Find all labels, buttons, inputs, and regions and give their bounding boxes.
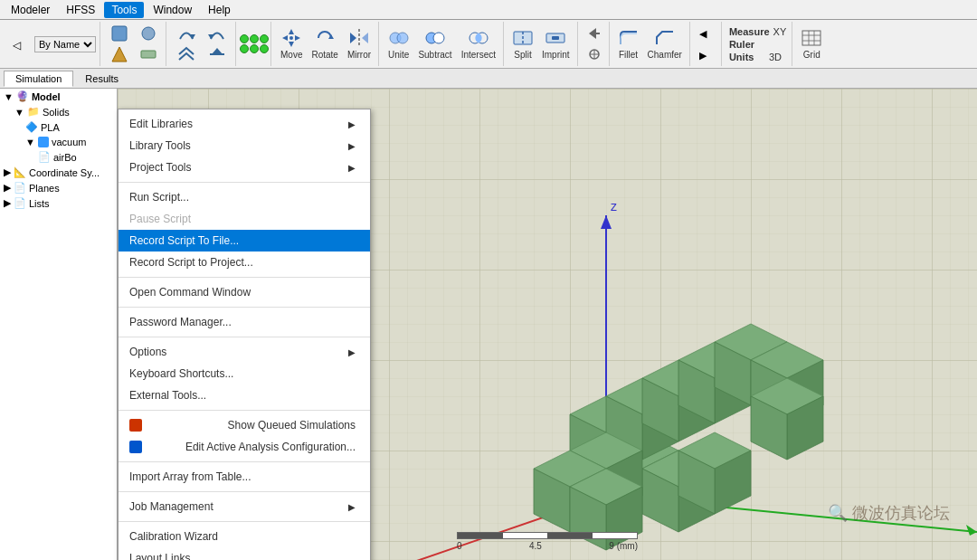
menu-tools[interactable]: Tools <box>104 2 144 18</box>
library-tools-label: Library Tools <box>129 139 191 152</box>
grid-icon <box>802 28 821 48</box>
toolbar-curve4[interactable] <box>203 44 232 64</box>
units-value: 3D <box>769 52 782 62</box>
toolbar-boolean-section: Unite Subtract Intersect <box>381 22 504 66</box>
imprint-label: Imprint <box>542 50 570 60</box>
split-icon <box>513 28 533 48</box>
menu-modeler[interactable]: Modeler <box>4 2 57 18</box>
keyboard-shortcuts-label: Keyboard Shortcuts... <box>129 367 233 380</box>
arrow-btn2[interactable] <box>582 44 607 64</box>
svg-rect-1 <box>112 26 127 41</box>
toolbar-icon1[interactable] <box>106 24 133 43</box>
tab-simulation[interactable]: Simulation <box>4 71 73 87</box>
dot-green4 <box>240 44 249 53</box>
toolbar-grid-section: Grid <box>794 22 829 66</box>
menu-import-array[interactable]: Import Array from Table... <box>119 466 370 488</box>
main-layout: ▼ 🔮 Model ▼ 📁 Solids 🔷 PLA ▼ vacuum 📄 ai… <box>0 89 977 560</box>
intersect-button[interactable]: Intersect <box>458 24 499 65</box>
separator8 <box>119 521 370 522</box>
fillet-button[interactable]: Fillet <box>615 24 642 65</box>
select-dropdown[interactable]: By Name <box>34 36 96 52</box>
menu-password-manager[interactable]: Password Manager... <box>119 311 370 333</box>
menu-project-tools[interactable]: Project Tools ▶ <box>119 157 370 178</box>
toolbar-dots-section <box>238 22 271 66</box>
toolbar-icons-section <box>102 22 166 66</box>
toolbar-icon4[interactable] <box>135 44 162 64</box>
imprint-button[interactable]: Imprint <box>538 24 574 65</box>
subtract-icon <box>425 28 445 48</box>
menu-show-queued[interactable]: Show Queued Simulations <box>119 414 370 436</box>
toolbar-back-btn[interactable]: ◁ <box>7 34 33 54</box>
menu-keyboard-shortcuts[interactable]: Keyboard Shortcuts... <box>119 363 370 384</box>
menu-open-command-window[interactable]: Open Command Window <box>119 281 370 303</box>
menu-calibration-wizard[interactable]: Calibration Wizard <box>119 526 370 547</box>
svg-point-2 <box>142 27 155 40</box>
menu-job-management[interactable]: Job Management ▶ <box>119 496 370 517</box>
rotate-button[interactable]: Rotate <box>308 24 341 65</box>
separator6 <box>119 461 370 462</box>
open-command-window-label: Open Command Window <box>129 286 251 299</box>
more-arrow2[interactable]: ▶ <box>694 45 719 65</box>
grid-label: Grid <box>803 50 820 60</box>
unite-icon <box>389 28 409 48</box>
chamfer-icon <box>655 28 675 48</box>
record-script-file-label: Record Script To File... <box>129 234 239 247</box>
svg-marker-3 <box>112 47 127 62</box>
fillet-icon <box>619 28 639 48</box>
ruler-label: Ruler <box>729 39 765 50</box>
more-arrow1[interactable]: ◀ <box>694 24 719 43</box>
imprint-icon <box>545 28 565 48</box>
toolbar-curve2[interactable] <box>203 24 232 43</box>
toolbar-icon2[interactable] <box>135 24 162 43</box>
arrow-btn1[interactable] <box>582 24 607 43</box>
svg-marker-8 <box>212 48 223 54</box>
dot-green2 <box>250 34 259 43</box>
intersect-label: Intersect <box>461 50 496 60</box>
menu-external-tools[interactable]: External Tools... <box>119 384 370 406</box>
split-label: Split <box>514 50 531 60</box>
menu-window[interactable]: Window <box>146 2 199 18</box>
tab-results[interactable]: Results <box>73 71 130 86</box>
toolbar-more-arrows: ◀ ▶ <box>692 22 722 66</box>
menu-edit-active[interactable]: Edit Active Analysis Configuration... <box>119 436 370 458</box>
record-script-project-label: Record Script to Project... <box>129 256 253 269</box>
move-button[interactable]: Move <box>277 24 306 65</box>
mirror-button[interactable]: Mirror <box>344 24 375 65</box>
toolbar-curve1[interactable] <box>172 24 201 43</box>
menu-help[interactable]: Help <box>201 2 238 18</box>
menu-library-tools[interactable]: Library Tools ▶ <box>119 135 370 157</box>
toolbar-fillet-section: Fillet Chamfer <box>612 22 690 66</box>
menu-options[interactable]: Options ▶ <box>119 341 370 363</box>
project-tools-label: Project Tools <box>129 161 191 174</box>
menu-run-script[interactable]: Run Script... <box>119 186 370 208</box>
job-management-label: Job Management <box>129 500 213 513</box>
units-label: Units <box>729 52 765 62</box>
toolbar-icon3[interactable] <box>106 44 133 64</box>
edit-libraries-arrow: ▶ <box>348 119 356 129</box>
subtract-button[interactable]: Subtract <box>414 24 455 65</box>
menu-record-script-project[interactable]: Record Script to Project... <box>119 252 370 273</box>
menu-layout-links[interactable]: Layout Links... <box>119 547 370 560</box>
chamfer-button[interactable]: Chamfer <box>644 24 686 65</box>
unite-button[interactable]: Unite <box>384 24 413 65</box>
project-tools-arrow: ▶ <box>348 163 356 173</box>
toolbar-split-section: Split Imprint <box>506 22 578 66</box>
dot-green1 <box>240 34 249 43</box>
dot-green5 <box>250 44 259 53</box>
svg-point-19 <box>397 33 408 43</box>
svg-rect-27 <box>552 36 559 40</box>
dot-green3 <box>260 34 269 43</box>
layout-links-label: Layout Links... <box>129 552 199 560</box>
toolbar-curve3[interactable] <box>172 44 201 64</box>
grid-button[interactable]: Grid <box>798 24 825 65</box>
menu-record-script-file[interactable]: Record Script To File... <box>119 230 370 252</box>
job-management-arrow: ▶ <box>348 502 356 512</box>
split-button[interactable]: Split <box>509 24 536 65</box>
menu-hfss[interactable]: HFSS <box>59 2 102 18</box>
calibration-wizard-label: Calibration Wizard <box>129 530 218 543</box>
tabbar: Simulation Results <box>0 69 977 89</box>
svg-text:▶: ▶ <box>699 50 707 61</box>
pause-script-label: Pause Script <box>129 213 191 225</box>
toolbar-nav-section: ◁ By Name <box>4 22 100 66</box>
menu-edit-libraries[interactable]: Edit Libraries ▶ <box>119 113 370 135</box>
